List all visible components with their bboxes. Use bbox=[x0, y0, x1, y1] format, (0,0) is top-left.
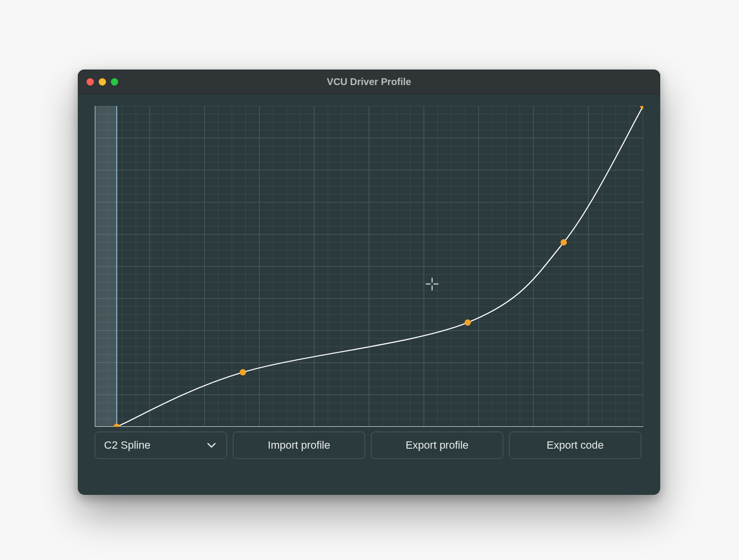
export-profile-label: Export profile bbox=[405, 439, 469, 452]
curve-canvas[interactable] bbox=[95, 106, 643, 427]
window-title: VCU Driver Profile bbox=[78, 76, 660, 88]
minimize-icon[interactable] bbox=[99, 78, 106, 86]
interpolation-select-label: C2 Spline bbox=[104, 439, 150, 452]
control-point[interactable] bbox=[561, 239, 567, 245]
export-profile-button[interactable]: Export profile bbox=[371, 432, 503, 459]
zoom-icon[interactable] bbox=[111, 78, 118, 86]
svg-rect-105 bbox=[95, 106, 117, 427]
chevron-down-icon bbox=[206, 440, 217, 451]
toolbar: C2 Spline Import profile Export profile … bbox=[95, 432, 643, 459]
export-code-label: Export code bbox=[546, 439, 603, 452]
close-icon[interactable] bbox=[87, 78, 94, 86]
interpolation-select[interactable]: C2 Spline bbox=[95, 432, 227, 459]
titlebar: VCU Driver Profile bbox=[78, 70, 660, 94]
export-code-button[interactable]: Export code bbox=[509, 432, 641, 459]
control-point[interactable] bbox=[240, 369, 246, 375]
app-window: VCU Driver Profile C2 Spline Import prof… bbox=[78, 70, 660, 495]
curve-editor[interactable] bbox=[95, 106, 643, 427]
window-controls bbox=[87, 78, 118, 86]
control-point[interactable] bbox=[465, 319, 471, 326]
import-profile-button[interactable]: Import profile bbox=[233, 432, 365, 459]
import-profile-label: Import profile bbox=[268, 439, 330, 452]
content-area: C2 Spline Import profile Export profile … bbox=[95, 106, 643, 480]
